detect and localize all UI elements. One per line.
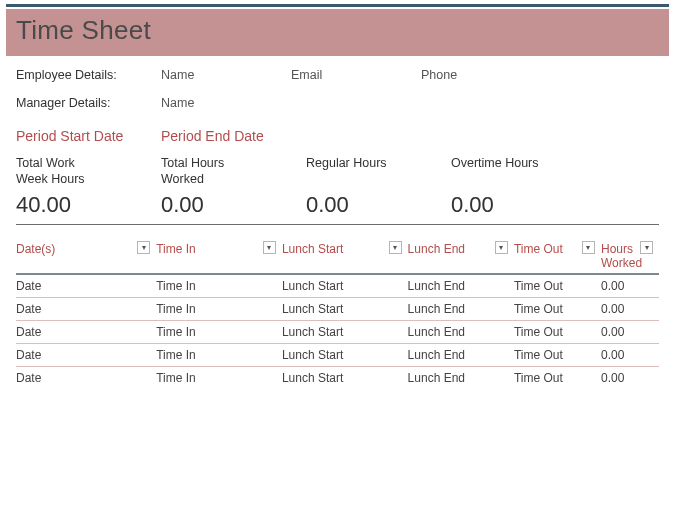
period-row: Period Start Date Period End Date [6,122,669,146]
cell-time-out[interactable]: Time Out [514,279,601,293]
table-row[interactable]: Date Time In Lunch Start Lunch End Time … [16,367,659,389]
employee-row: Employee Details: Name Email Phone [6,64,669,86]
period-start-label[interactable]: Period Start Date [16,128,161,144]
manager-label: Manager Details: [16,96,161,110]
overtime-hours: Overtime Hours 0.00 [451,156,596,218]
total-value: 0.00 [161,192,306,218]
col-hours-worked[interactable]: Hours Worked ▾ [601,239,659,273]
col-label: Hours Worked [601,242,642,270]
filter-dropdown-icon[interactable]: ▾ [640,241,653,254]
filter-dropdown-icon[interactable]: ▾ [263,241,276,254]
col-time-in[interactable]: Time In ▾ [156,239,282,273]
col-label: Lunch Start [282,242,343,256]
title-bar: Time Sheet [6,9,669,56]
cell-lunch-end[interactable]: Lunch End [408,371,514,385]
table-row[interactable]: Date Time In Lunch Start Lunch End Time … [16,321,659,344]
total-label: Total HoursWorked [161,156,306,188]
cell-lunch-start[interactable]: Lunch Start [282,348,408,362]
table-row[interactable]: Date Time In Lunch Start Lunch End Time … [16,275,659,298]
filter-dropdown-icon[interactable]: ▾ [389,241,402,254]
col-dates[interactable]: Date(s) ▾ [16,239,156,273]
total-value: 0.00 [451,192,596,218]
filter-dropdown-icon[interactable]: ▾ [582,241,595,254]
cell-date[interactable]: Date [16,302,156,316]
cell-hours-worked: 0.00 [601,279,659,293]
cell-lunch-end[interactable]: Lunch End [408,348,514,362]
employee-name-field[interactable]: Name [161,68,291,82]
cell-hours-worked: 0.00 [601,302,659,316]
filter-dropdown-icon[interactable]: ▾ [495,241,508,254]
cell-hours-worked: 0.00 [601,371,659,385]
cell-time-in[interactable]: Time In [156,325,282,339]
table-row[interactable]: Date Time In Lunch Start Lunch End Time … [16,344,659,367]
total-value: 40.00 [16,192,161,218]
total-label: Total WorkWeek Hours [16,156,161,188]
cell-lunch-start[interactable]: Lunch Start [282,302,408,316]
total-value: 0.00 [306,192,451,218]
cell-lunch-end[interactable]: Lunch End [408,302,514,316]
cell-date[interactable]: Date [16,371,156,385]
cell-time-in[interactable]: Time In [156,302,282,316]
col-label: Time Out [514,242,563,256]
cell-time-out[interactable]: Time Out [514,348,601,362]
table-row[interactable]: Date Time In Lunch Start Lunch End Time … [16,298,659,321]
cell-time-out[interactable]: Time Out [514,371,601,385]
cell-lunch-end[interactable]: Lunch End [408,325,514,339]
timesheet-table: Date(s) ▾ Time In ▾ Lunch Start ▾ Lunch … [16,239,659,389]
col-label: Date(s) [16,242,55,256]
table-header: Date(s) ▾ Time In ▾ Lunch Start ▾ Lunch … [16,239,659,275]
cell-hours-worked: 0.00 [601,325,659,339]
manager-row: Manager Details: Name [6,92,669,114]
cell-time-out[interactable]: Time Out [514,325,601,339]
regular-hours: Regular Hours 0.00 [306,156,451,218]
cell-date[interactable]: Date [16,348,156,362]
top-rule [6,4,669,7]
employee-phone-field[interactable]: Phone [421,68,551,82]
manager-name-field[interactable]: Name [161,96,291,110]
cell-lunch-start[interactable]: Lunch Start [282,371,408,385]
total-label: Overtime Hours [451,156,596,188]
cell-time-in[interactable]: Time In [156,279,282,293]
cell-time-in[interactable]: Time In [156,348,282,362]
cell-lunch-start[interactable]: Lunch Start [282,279,408,293]
cell-time-out[interactable]: Time Out [514,302,601,316]
cell-lunch-start[interactable]: Lunch Start [282,325,408,339]
filter-dropdown-icon[interactable]: ▾ [137,241,150,254]
cell-hours-worked: 0.00 [601,348,659,362]
divider [16,224,659,225]
page-title: Time Sheet [16,15,659,46]
col-lunch-start[interactable]: Lunch Start ▾ [282,239,408,273]
cell-date[interactable]: Date [16,325,156,339]
col-label: Lunch End [408,242,465,256]
col-label: Time In [156,242,196,256]
cell-lunch-end[interactable]: Lunch End [408,279,514,293]
period-end-label[interactable]: Period End Date [161,128,306,144]
employee-email-field[interactable]: Email [291,68,421,82]
total-label: Regular Hours [306,156,451,188]
cell-time-in[interactable]: Time In [156,371,282,385]
total-hours-worked: Total HoursWorked 0.00 [161,156,306,218]
employee-label: Employee Details: [16,68,161,82]
cell-date[interactable]: Date [16,279,156,293]
total-work-week-hours: Total WorkWeek Hours 40.00 [16,156,161,218]
totals-row: Total WorkWeek Hours 40.00 Total HoursWo… [6,146,669,218]
col-time-out[interactable]: Time Out ▾ [514,239,601,273]
col-lunch-end[interactable]: Lunch End ▾ [408,239,514,273]
